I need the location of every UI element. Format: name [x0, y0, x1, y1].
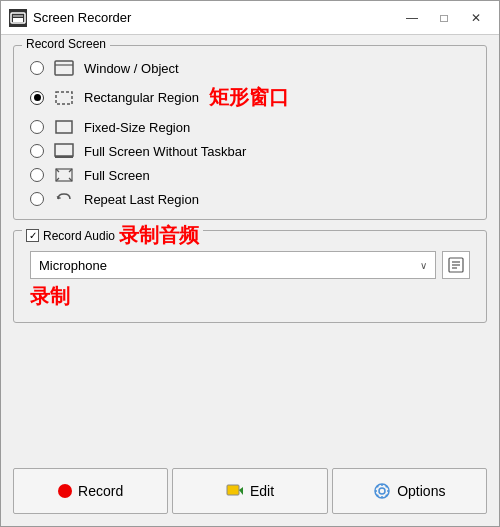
- svg-line-28: [386, 486, 387, 487]
- svg-marker-19: [239, 487, 243, 495]
- radio-repeat-last[interactable]: Repeat Last Region: [30, 191, 470, 207]
- radio-fixed-size[interactable]: Fixed-Size Region: [30, 119, 470, 135]
- radio-label-fullscreen: Full Screen: [84, 168, 150, 183]
- record-label: Record: [78, 483, 123, 499]
- main-content: Record Screen Window / Object: [1, 35, 499, 464]
- svg-line-26: [377, 486, 378, 487]
- radio-label-repeat: Repeat Last Region: [84, 192, 199, 207]
- audio-group-label: ✓ Record Audio 录制音频: [22, 222, 203, 249]
- dropdown-arrow-icon: ∨: [420, 260, 427, 271]
- radio-label-rect: Rectangular Region: [84, 90, 199, 105]
- radio-circle-fixed: [30, 120, 44, 134]
- radio-fullscreen[interactable]: Full Screen: [30, 167, 470, 183]
- maximize-button[interactable]: □: [429, 7, 459, 29]
- close-button[interactable]: ✕: [461, 7, 491, 29]
- audio-annotation: 录制音频: [119, 222, 199, 249]
- options-icon: [373, 482, 391, 500]
- options-label: Options: [397, 483, 445, 499]
- radio-window-object[interactable]: Window / Object: [30, 60, 470, 76]
- radio-dot-rect: [34, 94, 41, 101]
- fixed-size-icon: [54, 119, 74, 135]
- radio-label-window: Window / Object: [84, 61, 179, 76]
- window-controls: — □ ✕: [397, 7, 491, 29]
- record-annotation-container: 录制: [30, 283, 470, 310]
- record-button[interactable]: Record: [13, 468, 168, 514]
- radio-label-fixed: Fixed-Size Region: [84, 120, 190, 135]
- record-screen-label: Record Screen: [22, 37, 110, 51]
- titlebar: Screen Recorder — □ ✕: [1, 1, 499, 35]
- svg-line-29: [377, 495, 378, 496]
- fullscreen-notaskbar-icon: [54, 143, 74, 159]
- radio-circle-repeat: [30, 192, 44, 206]
- edit-label: Edit: [250, 483, 274, 499]
- svg-rect-8: [55, 156, 73, 158]
- radio-circle-fullscreen: [30, 168, 44, 182]
- svg-rect-3: [55, 61, 73, 75]
- audio-checkbox[interactable]: ✓: [26, 229, 39, 242]
- app-icon: [9, 9, 27, 27]
- microphone-row: Microphone ∨: [30, 251, 470, 279]
- radio-circle-rect: [30, 91, 44, 105]
- rect-region-icon: [54, 90, 74, 106]
- record-audio-group: ✓ Record Audio 录制音频 Microphone ∨: [13, 230, 487, 323]
- microphone-selected: Microphone: [39, 258, 420, 273]
- record-screen-group: Record Screen Window / Object: [13, 45, 487, 220]
- minimize-button[interactable]: —: [397, 7, 427, 29]
- radio-circle-window: [30, 61, 44, 75]
- svg-rect-5: [56, 92, 72, 104]
- window-title: Screen Recorder: [33, 10, 397, 25]
- radio-label-notaskbar: Full Screen Without Taskbar: [84, 144, 246, 159]
- svg-rect-2: [13, 18, 23, 22]
- window-object-icon: [54, 60, 74, 76]
- bottom-buttons: Record Edit: [1, 464, 499, 526]
- svg-rect-18: [227, 485, 239, 495]
- fullscreen-icon: [54, 167, 74, 183]
- svg-rect-7: [55, 144, 73, 156]
- rect-annotation: 矩形窗口: [209, 84, 289, 111]
- options-button[interactable]: Options: [332, 468, 487, 514]
- microphone-dropdown[interactable]: Microphone ∨: [30, 251, 436, 279]
- settings-icon: [447, 256, 465, 274]
- record-annotation: 录制: [30, 285, 70, 307]
- svg-point-21: [379, 488, 385, 494]
- radio-rectangular-region[interactable]: Rectangular Region 矩形窗口: [30, 84, 470, 111]
- edit-button[interactable]: Edit: [172, 468, 327, 514]
- svg-rect-6: [56, 121, 72, 133]
- checkmark-icon: ✓: [29, 231, 37, 241]
- edit-icon: [226, 483, 244, 499]
- svg-line-27: [386, 495, 387, 496]
- radio-group: Window / Object Rectangular Region 矩形窗口: [30, 60, 470, 207]
- microphone-settings-button[interactable]: [442, 251, 470, 279]
- radio-fullscreen-notaskbar[interactable]: Full Screen Without Taskbar: [30, 143, 470, 159]
- main-window: Screen Recorder — □ ✕ Record Screen: [0, 0, 500, 527]
- audio-label: Record Audio: [43, 229, 115, 243]
- radio-circle-notaskbar: [30, 144, 44, 158]
- repeat-icon: [54, 191, 74, 207]
- record-icon: [58, 484, 72, 498]
